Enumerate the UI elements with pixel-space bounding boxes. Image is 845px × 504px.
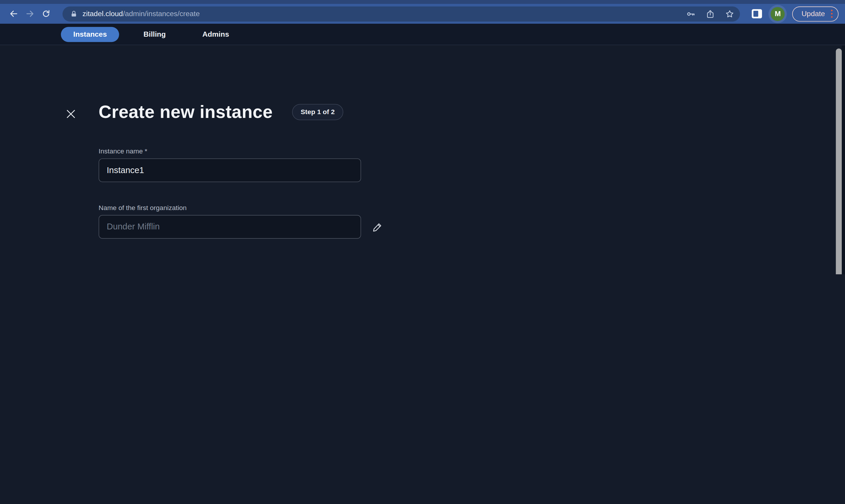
address-bar[interactable]: zitadel.cloud/admin/instances/create [62,6,740,21]
lock-icon [70,10,78,18]
browser-profile-avatar[interactable]: M [771,7,785,21]
app-tabbar: Instances Billing Admins [0,24,845,45]
url-host: zitadel.cloud [83,10,123,18]
back-arrow-icon [9,9,18,18]
reload-button[interactable] [38,5,54,22]
forward-button[interactable] [21,5,38,22]
forward-arrow-icon [25,9,34,18]
url-path: /admin/instances/create [123,10,200,18]
scrollbar-thumb[interactable] [836,49,842,274]
page-title: Create new instance [98,100,273,124]
instance-name-input[interactable] [98,158,361,182]
chrome-update-button[interactable]: Update [792,6,838,21]
page-header: Create new instance Step 1 of 2 [98,100,845,124]
share-icon[interactable] [706,9,715,18]
organization-label: Name of the first organization [98,204,845,212]
tab-admins[interactable]: Admins [190,27,241,42]
side-panel-button[interactable] [752,9,762,18]
browser-toolbar: zitadel.cloud/admin/instances/create M U… [0,4,845,24]
reload-icon [41,9,51,18]
scrollbar-track[interactable] [842,45,845,274]
star-icon[interactable] [725,9,735,18]
side-panel-icon [752,9,762,18]
url-text: zitadel.cloud/admin/instances/create [83,10,677,18]
step-badge: Step 1 of 2 [292,104,343,120]
pencil-icon [372,221,383,233]
key-icon[interactable] [686,9,696,18]
tab-billing[interactable]: Billing [131,27,178,42]
back-button[interactable] [5,5,21,22]
window-frame [0,0,845,4]
main-content: Create new instance Step 1 of 2 Instance… [0,45,845,274]
tab-instances[interactable]: Instances [61,27,120,42]
edit-organization-button[interactable] [371,220,384,233]
close-button[interactable] [64,107,78,121]
close-icon [64,107,76,120]
browser-menu-icon[interactable] [831,10,833,18]
screen: zitadel.cloud/admin/instances/create M U… [0,0,845,274]
organization-input[interactable] [98,215,361,239]
instance-name-label: Instance name * [98,147,845,155]
update-label: Update [802,10,825,18]
